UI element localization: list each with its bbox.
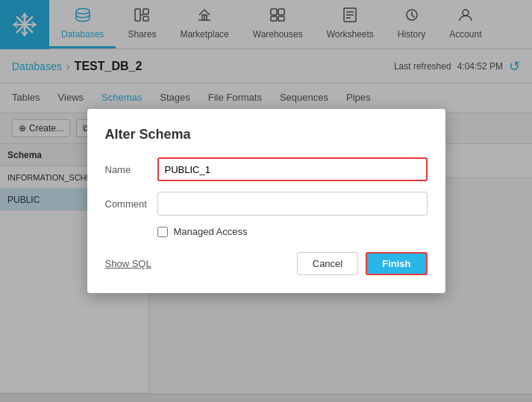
show-sql-link[interactable]: Show SQL xyxy=(105,258,151,269)
footer-buttons: Cancel Finish xyxy=(297,252,428,275)
managed-access-label: Managed Access xyxy=(174,226,248,237)
name-input[interactable] xyxy=(157,157,428,181)
name-label: Name xyxy=(105,164,157,175)
finish-button[interactable]: Finish xyxy=(366,252,427,275)
managed-access-checkbox[interactable] xyxy=(157,227,168,237)
name-row: Name xyxy=(105,157,428,181)
modal-footer: Show SQL Cancel Finish xyxy=(105,252,428,275)
cancel-button[interactable]: Cancel xyxy=(297,252,358,275)
comment-input[interactable] xyxy=(157,192,428,216)
comment-row: Comment xyxy=(105,192,428,216)
alter-schema-modal: Alter Schema Name Comment Managed Access… xyxy=(87,109,445,293)
modal-title: Alter Schema xyxy=(105,127,428,142)
modal-overlay: Alter Schema Name Comment Managed Access… xyxy=(0,0,532,402)
managed-access-row: Managed Access xyxy=(157,226,428,237)
comment-label: Comment xyxy=(105,198,157,210)
